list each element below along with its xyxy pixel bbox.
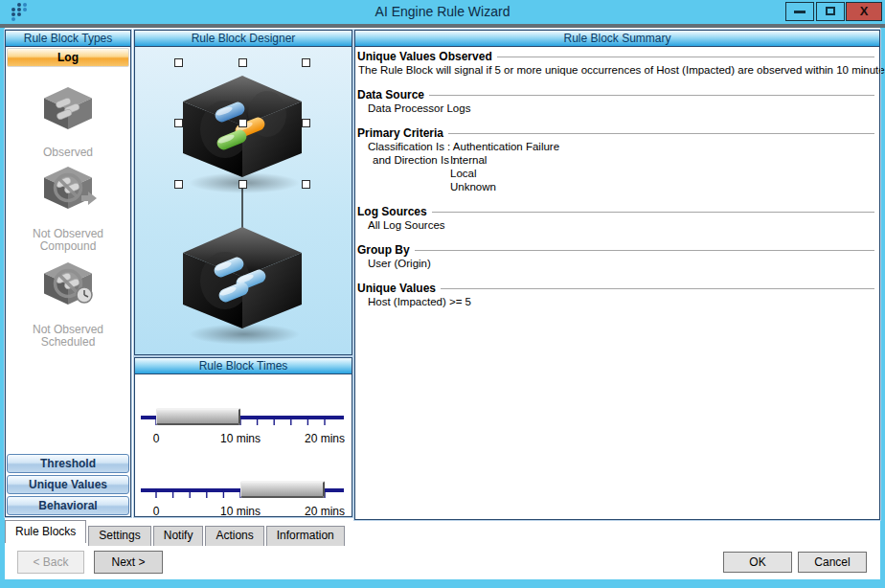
summary-section-group-by: Group By User (Origin) — [357, 243, 877, 270]
section-text: Host (Impacted) >= 5 — [357, 296, 877, 308]
minimize-icon — [794, 11, 806, 13]
summary-section-unique-values: Unique Values Host (Impacted) >= 5 — [357, 282, 877, 308]
summary-body: Unique Values Observed The Rule Block wi… — [355, 47, 879, 308]
section-title: Unique Values — [357, 282, 436, 295]
titlebar: AI Engine Rule Wizard X — [0, 0, 885, 24]
selection-handle[interactable] — [239, 59, 247, 67]
window-title: AI Engine Rule Wizard — [0, 4, 885, 19]
tick-label: 10 mins — [212, 505, 269, 518]
ok-button[interactable]: OK — [723, 552, 792, 573]
tab-information[interactable]: Information — [266, 526, 345, 546]
rule-block-times-header: Rule Block Times — [135, 358, 352, 374]
section-title: Unique Values Observed — [357, 50, 492, 63]
section-rule-line — [441, 288, 874, 289]
section-title: Primary Criteria — [357, 126, 443, 140]
rule-block-diagram — [135, 47, 352, 354]
slider-range-handle[interactable] — [240, 481, 325, 498]
type-group-buttons: Threshold Unique Values Behavioral — [7, 452, 129, 515]
type-label-not-observed-scheduled-1: Not Observed — [33, 323, 103, 336]
criteria-label: and Direction Is : — [373, 154, 450, 167]
type-label-not-observed-compound-1: Not Observed — [33, 227, 103, 240]
type-label-observed: Observed — [43, 146, 93, 159]
type-item-not-observed-compound[interactable]: Not Observed Compound — [6, 163, 130, 253]
tick-label: 20 mins — [296, 432, 353, 445]
selection-handle[interactable] — [303, 59, 310, 67]
next-button[interactable]: Next > — [94, 551, 163, 574]
criteria-line: Classification Is : Authentication Failu… — [357, 141, 877, 153]
section-text: The Rule Block will signal if 5 or more … — [357, 64, 877, 77]
rule-block-times-panel: Rule Block Times 0 10 mins 20 mins — [134, 357, 352, 517]
cube-observed-icon — [37, 83, 99, 139]
criteria-value: Internal — [450, 154, 487, 166]
section-rule-line — [429, 95, 874, 96]
cube-not-observed-scheduled-icon — [37, 259, 99, 314]
selection-handle[interactable] — [303, 181, 310, 189]
rule-block-summary-panel: Rule Block Summary Unique Values Observe… — [354, 30, 880, 520]
ai-engine-rule-wizard-window: AI Engine Rule Wizard X Rule Block Types… — [0, 0, 885, 588]
selection-handle[interactable] — [239, 181, 247, 189]
tab-actions[interactable]: Actions — [205, 526, 263, 546]
slider-range-handle[interactable] — [156, 408, 240, 425]
tab-rule-blocks[interactable]: Rule Blocks — [5, 520, 86, 543]
tick-label: 20 mins — [296, 505, 353, 518]
summary-section-primary-criteria: Primary Criteria Classification Is : Aut… — [357, 126, 877, 193]
tab-notify[interactable]: Notify — [153, 526, 204, 546]
tick-label: 10 mins — [212, 432, 269, 445]
rule-block-types-header: Rule Block Types — [6, 31, 130, 47]
rule-block-types-panel: Rule Block Types Log O — [5, 30, 131, 517]
type-item-observed[interactable]: Observed — [6, 83, 130, 159]
type-group-unique-values-button[interactable]: Unique Values — [7, 475, 129, 494]
observation-time-slider: 0 10 mins 20 mins — [135, 390, 352, 457]
section-rule-line — [448, 133, 874, 134]
maximize-icon — [826, 7, 835, 15]
section-text: All Log Sources — [357, 219, 877, 232]
close-button[interactable]: X — [846, 2, 882, 21]
criteria-value: Unknown — [357, 181, 877, 193]
section-text: User (Origin) — [357, 258, 877, 270]
back-button: < Back — [17, 551, 84, 574]
selection-handle[interactable] — [175, 120, 183, 127]
type-group-log-button[interactable]: Log — [7, 48, 129, 67]
type-label-not-observed-compound-2: Compound — [40, 239, 97, 253]
section-rule-line — [432, 212, 874, 213]
section-rule-line — [415, 250, 874, 251]
selection-handle[interactable] — [303, 120, 310, 127]
section-rule-line — [497, 57, 874, 57]
wizard-content: Rule Block Types Log O — [5, 28, 880, 579]
section-title: Data Source — [357, 88, 424, 102]
cube-not-observed-compound-icon — [37, 163, 99, 218]
tick-label: 0 — [147, 505, 166, 518]
rule-block-designer-panel: Rule Block Designer — [134, 30, 352, 355]
type-group-threshold-button[interactable]: Threshold — [7, 454, 129, 473]
section-title: Log Sources — [357, 205, 427, 218]
summary-section-data-source: Data Source Data Processor Logs — [357, 88, 877, 115]
log-type-list: Observed — [6, 72, 130, 349]
selection-handle[interactable] — [239, 120, 247, 127]
minimize-button[interactable] — [785, 2, 814, 21]
type-label-not-observed-scheduled-2: Scheduled — [41, 335, 96, 349]
section-title: Group By — [357, 243, 410, 257]
selection-handle[interactable] — [175, 59, 183, 67]
selection-handle[interactable] — [175, 181, 183, 189]
rule-block-designer-header: Rule Block Designer — [135, 31, 352, 47]
wizard-tab-bar: Rule BlocksSettingsNotifyActionsInformat… — [5, 520, 880, 543]
type-group-behavioral-button[interactable]: Behavioral — [7, 496, 129, 515]
tick-label: 0 — [147, 432, 166, 445]
criteria-value: Local — [357, 168, 877, 180]
rule-block-cube-secondary[interactable] — [183, 227, 302, 345]
rule-block-summary-header: Rule Block Summary — [355, 31, 879, 47]
cancel-button[interactable]: Cancel — [798, 552, 867, 573]
designer-canvas[interactable] — [135, 47, 352, 354]
tab-settings[interactable]: Settings — [88, 526, 150, 546]
rule-block-cube-selected[interactable] — [183, 76, 302, 193]
summary-section-unique-values-observed: Unique Values Observed The Rule Block wi… — [357, 50, 877, 77]
type-item-not-observed-scheduled[interactable]: Not Observed Scheduled — [6, 259, 130, 349]
maximize-button[interactable] — [816, 2, 845, 21]
criteria-line: and Direction Is : Internal — [357, 154, 877, 167]
summary-section-log-sources: Log Sources All Log Sources — [357, 205, 877, 232]
section-text: Data Processor Logs — [357, 102, 877, 115]
